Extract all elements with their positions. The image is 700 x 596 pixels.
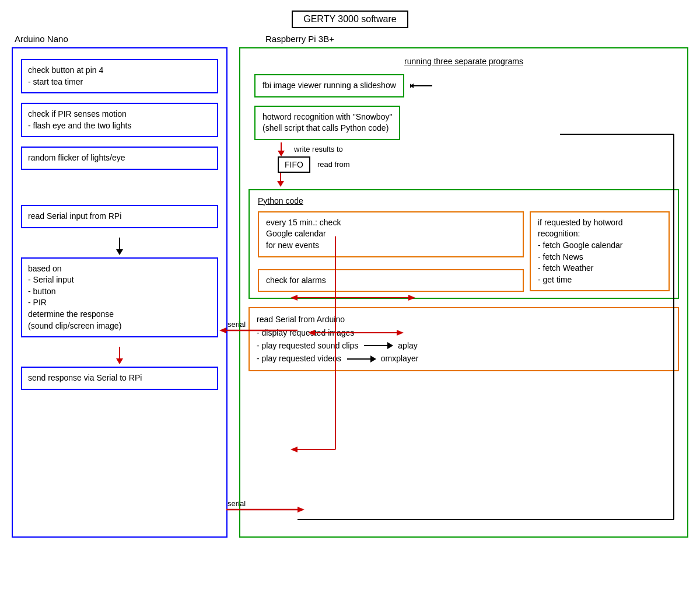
arduino-box-2: check if PIR senses motion - flash eye a… <box>21 103 218 137</box>
python-section: Python code every 15 min.: check Google … <box>249 189 679 299</box>
arduino-box-3: random flicker of lights/eye <box>21 147 218 170</box>
arduino-box-4: read Serial input from RPi <box>21 205 218 228</box>
arrow-down-1 <box>21 238 218 255</box>
arduino-box-6: send response via Serial to RPi <box>21 367 218 390</box>
rpi-panel: running three separate programs fbi imag… <box>239 47 688 538</box>
omxplayer-label: omxplayer <box>381 352 419 365</box>
fbi-box: fbi image viewer running a slideshow <box>254 74 404 97</box>
arrow-down-red-1 <box>21 347 218 364</box>
arduino-panel: check button at pin 4 - start tea timer … <box>12 47 228 538</box>
python-title: Python code <box>258 196 670 205</box>
arduino-box-5: based on - Serial input - button - PIR d… <box>21 257 218 338</box>
if-requested-box: if requested by hotword recognition: - f… <box>530 211 670 292</box>
hotword-box: hotword recognition with "Snowboy" (shel… <box>254 106 400 140</box>
read-serial-box: read Serial from Arduino - display reque… <box>249 307 679 371</box>
every15-box: every 15 min.: check Google calendar for… <box>258 211 524 257</box>
fifo-box: FIFO <box>278 156 310 173</box>
rpi-label: Raspberry Pi 3B+ <box>265 34 334 44</box>
rpi-header: running three separate programs <box>249 57 679 66</box>
arrow-left-fbi <box>410 81 433 90</box>
read-from-label: read from <box>317 160 350 169</box>
write-results-label: write results to <box>294 145 343 154</box>
arduino-box-1: check button at pin 4 - start tea timer <box>21 59 218 93</box>
check-alarms-box: check for alarms <box>258 269 524 292</box>
aplay-label: aplay <box>398 339 417 352</box>
page-title: GERTY 3000 software <box>292 11 408 28</box>
arduino-label: Arduino Nano <box>15 34 248 44</box>
